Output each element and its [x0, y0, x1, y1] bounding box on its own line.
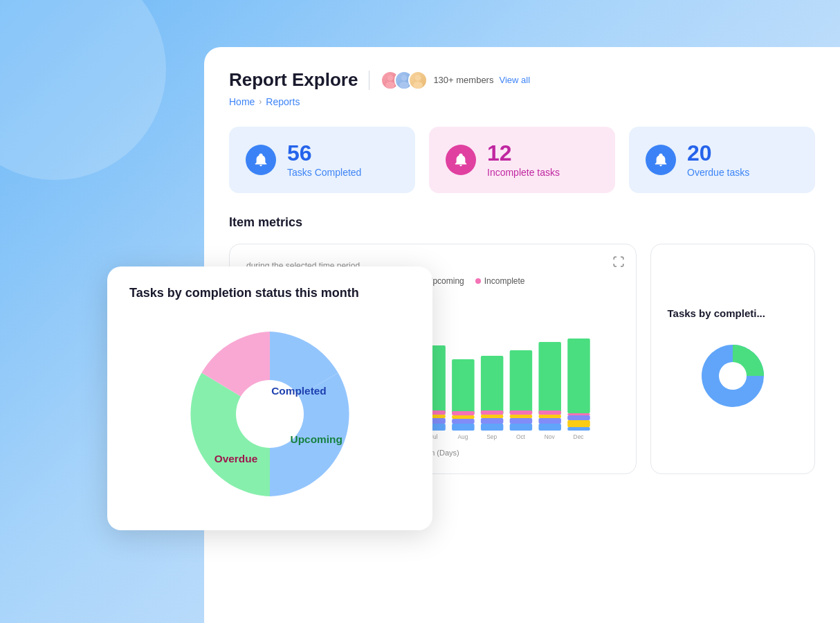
svg-text:Aug: Aug: [457, 433, 468, 440]
breadcrumb-current: Reports: [266, 96, 300, 107]
expand-button[interactable]: [612, 255, 625, 271]
stat-label-incomplete: Incomplete tasks: [487, 167, 560, 178]
svg-text:Upcoming: Upcoming: [291, 433, 343, 445]
page-header: Report Explore: [229, 69, 815, 91]
svg-point-79: [719, 362, 747, 390]
partial-chart-title: Tasks by completi...: [668, 307, 765, 319]
svg-rect-50: [481, 410, 503, 415]
svg-rect-55: [510, 410, 532, 415]
legend-dot-incomplete: [475, 278, 481, 284]
svg-rect-45: [452, 411, 474, 415]
svg-rect-63: [567, 415, 590, 420]
svg-point-1: [386, 81, 396, 88]
avatar-stack: [381, 71, 428, 90]
svg-rect-64: [567, 427, 590, 431]
pie-chart-title: Tasks by completion status this month: [129, 286, 410, 300]
bell-icon-pink: [453, 152, 468, 168]
partial-chart-card: Tasks by completi...: [650, 244, 815, 474]
svg-rect-54: [510, 415, 532, 418]
partial-pie-svg: [698, 341, 767, 410]
svg-rect-53: [510, 418, 532, 424]
svg-text:Sep: Sep: [486, 433, 497, 440]
svg-point-2: [401, 75, 408, 81]
stat-number-completed: 56: [287, 142, 361, 164]
stat-icon-completed: [246, 145, 276, 175]
svg-text:Oct: Oct: [516, 433, 526, 440]
svg-rect-60: [538, 410, 560, 415]
pie-chart-area: Completed Upcoming Overdue: [129, 317, 410, 511]
svg-point-5: [414, 81, 423, 88]
view-all-link[interactable]: View all: [499, 75, 530, 85]
legend-label-incomplete: Incomplete: [484, 276, 525, 286]
members-group: 130+ members View all: [381, 71, 530, 90]
svg-point-0: [387, 75, 394, 81]
expand-icon: [612, 255, 625, 268]
avatar: [408, 71, 428, 90]
page-title: Report Explore: [229, 69, 358, 91]
svg-point-3: [400, 81, 410, 88]
pie-chart-svg: Completed Upcoming Overdue: [173, 317, 367, 511]
bg-decoration-tl: [0, 0, 166, 180]
pie-chart-card: Tasks by completion status this month Co…: [107, 267, 432, 530]
svg-rect-59: [538, 415, 560, 418]
svg-rect-65: [567, 413, 590, 415]
svg-rect-47: [481, 424, 503, 431]
svg-rect-58: [538, 418, 560, 424]
legend-incomplete: Incomplete: [475, 276, 525, 286]
svg-rect-46: [481, 356, 503, 415]
svg-rect-43: [452, 419, 474, 424]
svg-text:Dec: Dec: [574, 433, 584, 440]
breadcrumb-home[interactable]: Home: [229, 96, 255, 107]
header-divider: [369, 71, 369, 90]
svg-rect-57: [538, 424, 560, 431]
stat-icon-overdue: [646, 145, 676, 175]
item-metrics-title: Item metrics: [229, 215, 815, 230]
stat-card-overdue: 20 Overdue tasks: [629, 127, 815, 193]
stat-number-overdue: 20: [687, 142, 749, 164]
svg-rect-42: [452, 424, 474, 431]
stat-card-completed: 56 Tasks Completed: [229, 127, 415, 193]
svg-rect-52: [510, 424, 532, 431]
members-count: 130+ members: [433, 75, 493, 85]
svg-text:Overdue: Overdue: [214, 453, 258, 464]
breadcrumb-separator: ›: [259, 97, 262, 107]
svg-rect-48: [481, 418, 503, 424]
stats-row: 56 Tasks Completed 12 Incomplete tasks: [229, 127, 815, 193]
svg-rect-41: [452, 359, 474, 415]
stat-label-overdue: Overdue tasks: [687, 167, 749, 178]
svg-rect-62: [567, 420, 590, 427]
svg-text:Nov: Nov: [545, 433, 555, 440]
breadcrumb: Home › Reports: [229, 96, 815, 107]
svg-point-4: [415, 75, 421, 81]
svg-rect-51: [510, 350, 532, 414]
stat-content-incomplete: 12 Incomplete tasks: [487, 142, 560, 178]
stat-card-incomplete: 12 Incomplete tasks: [429, 127, 615, 193]
svg-rect-56: [538, 342, 560, 415]
stat-icon-incomplete: [446, 145, 476, 175]
stat-label-completed: Tasks Completed: [287, 167, 361, 178]
svg-rect-61: [567, 338, 590, 413]
stat-number-incomplete: 12: [487, 142, 560, 164]
stat-content-overdue: 20 Overdue tasks: [687, 142, 749, 178]
bell-icon-overdue: [653, 152, 668, 168]
svg-rect-49: [481, 415, 503, 418]
svg-rect-44: [452, 415, 474, 419]
stat-content-completed: 56 Tasks Completed: [287, 142, 361, 178]
bell-icon: [253, 152, 268, 168]
svg-text:Completed: Completed: [271, 385, 327, 397]
